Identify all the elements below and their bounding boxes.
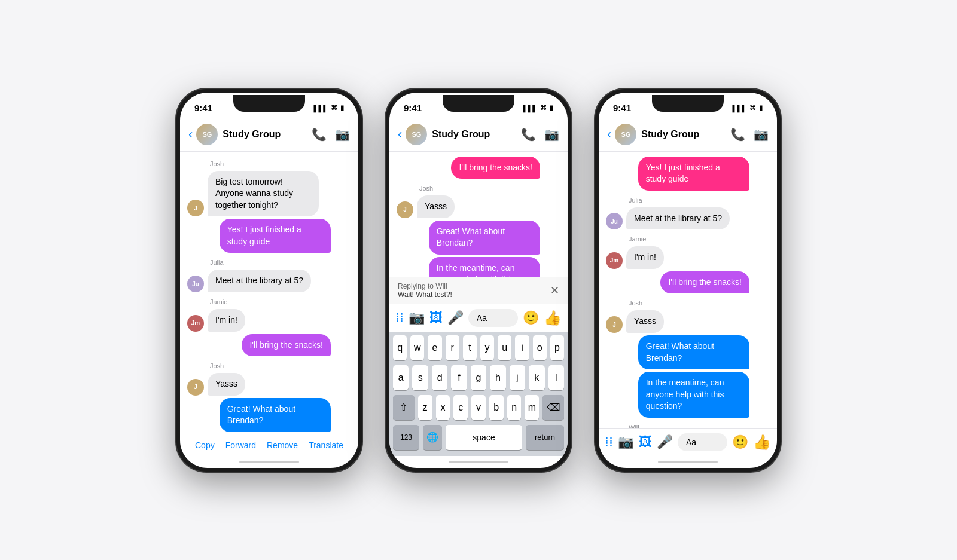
chat-header-2: ‹ SG Study Group 📞 📷 — [389, 119, 568, 152]
phone-2: 9:41 ▌▌▌ ⌘ ▮ ‹ SG Study Group 📞 📷 I'll b… — [386, 89, 571, 472]
messages-area-1: Josh J Big test tomorrow! Anyone wanna s… — [180, 152, 358, 434]
battery-icon-2: ▮ — [550, 104, 553, 112]
chat-header-1: ‹ SG Study Group 📞 📷 — [180, 119, 358, 152]
phone-button-3[interactable]: 📞 — [730, 127, 745, 142]
key-h[interactable]: h — [490, 365, 505, 390]
key-delete[interactable]: ⌫ — [542, 395, 564, 420]
status-time-1: 9:41 — [194, 103, 212, 113]
phone-button-1[interactable]: 📞 — [312, 127, 327, 142]
like-btn-3[interactable]: 👍 — [753, 434, 771, 451]
status-time-2: 9:41 — [404, 103, 422, 113]
key-b[interactable]: b — [489, 395, 504, 420]
sender-jamie-1: Jamie — [210, 298, 351, 305]
mic-icon-2[interactable]: 🎤 — [447, 310, 464, 326]
msg-row-4: Jm I'm in! — [187, 309, 351, 332]
key-q[interactable]: q — [393, 335, 407, 360]
video-button-2[interactable]: 📷 — [544, 127, 559, 142]
photo-icon-3[interactable]: 🖼 — [639, 434, 652, 450]
msg-row-2-3: Great! What about Brendan? — [397, 221, 560, 255]
camera-icon-2[interactable]: 📷 — [409, 310, 425, 326]
remove-btn[interactable]: Remove — [267, 440, 298, 450]
key-o[interactable]: o — [533, 335, 547, 360]
key-r[interactable]: r — [446, 335, 459, 360]
key-v[interactable]: v — [471, 395, 486, 420]
sender-jamie-3: Jamie — [629, 235, 770, 243]
key-i[interactable]: i — [515, 335, 529, 360]
apps-icon-2[interactable]: ⁞⁞ — [395, 310, 404, 326]
apps-icon-3[interactable]: ⁞⁞ — [605, 434, 613, 450]
key-f[interactable]: f — [451, 365, 467, 390]
translate-btn[interactable]: Translate — [309, 440, 343, 450]
sender-julia-1: Julia — [210, 259, 351, 266]
header-actions-3: 📞 📷 — [730, 127, 769, 142]
msg-row-3-7: In the meantime, can anyone help with th… — [606, 372, 770, 418]
camera-icon-3[interactable]: 📷 — [618, 434, 634, 450]
signal-icon: ▌▌▌ — [314, 105, 328, 112]
avatar-julia-1: Ju — [187, 276, 204, 292]
emoji-btn-2[interactable]: 🙂 — [523, 310, 539, 326]
group-avatar-1: SG — [196, 124, 218, 145]
header-actions-2: 📞 📷 — [521, 127, 559, 142]
key-n[interactable]: n — [507, 395, 522, 420]
key-d[interactable]: d — [432, 365, 447, 390]
wifi-icon-3: ⌘ — [749, 104, 756, 112]
msg-bubble-3-2: Meet at the library at 5? — [626, 207, 730, 230]
key-u[interactable]: u — [498, 335, 511, 360]
key-p[interactable]: p — [550, 335, 564, 360]
msg-bubble-3-5: Yasss — [626, 310, 664, 333]
emoji-btn-3[interactable]: 🙂 — [732, 434, 748, 450]
chat-title-2: Study Group — [432, 129, 521, 140]
mic-icon-3[interactable]: 🎤 — [657, 434, 673, 450]
msg-bubble-4: I'm in! — [208, 309, 245, 332]
input-field-2[interactable]: Aa — [468, 309, 518, 327]
copy-btn[interactable]: Copy — [195, 440, 215, 450]
battery-icon-3: ▮ — [759, 104, 763, 112]
msg-bubble-2-3: Great! What about Brendan? — [429, 221, 540, 255]
msg-row-6: J Yasss — [187, 373, 351, 396]
key-a[interactable]: a — [393, 365, 409, 390]
key-emoji[interactable]: 🌐 — [423, 425, 442, 450]
key-c[interactable]: c — [453, 395, 468, 420]
key-y[interactable]: y — [480, 335, 494, 360]
back-button-1[interactable]: ‹ — [188, 127, 193, 142]
group-avatar-3: SG — [615, 124, 636, 145]
kb-row-2: a s d f g h j k l — [389, 362, 568, 391]
msg-row-3-1: Yes! I just finished a study guide — [606, 157, 770, 191]
key-return[interactable]: return — [526, 425, 564, 450]
back-button-3[interactable]: ‹ — [607, 127, 611, 142]
key-j[interactable]: j — [510, 365, 525, 390]
key-e[interactable]: e — [428, 335, 441, 360]
status-icons-1: ▌▌▌ ⌘ ▮ — [314, 104, 344, 112]
input-field-3[interactable]: Aa — [678, 433, 727, 451]
like-btn-2[interactable]: 👍 — [544, 310, 562, 326]
sender-josh-1: Josh — [210, 160, 351, 167]
key-shift[interactable]: ⇧ — [393, 395, 415, 420]
key-t[interactable]: t — [463, 335, 477, 360]
msg-row-3-3: Jm I'm in! — [606, 246, 770, 269]
photo-icon-2[interactable]: 🖼 — [429, 310, 443, 326]
forward-btn[interactable]: Forward — [225, 440, 256, 450]
video-button-1[interactable]: 📷 — [335, 127, 350, 142]
msg-row-2-1: I'll bring the snacks! — [397, 157, 560, 179]
battery-icon: ▮ — [340, 104, 344, 112]
key-space[interactable]: space — [446, 425, 522, 450]
phone-button-2[interactable]: 📞 — [521, 127, 536, 142]
messages-area-2: I'll bring the snacks! Josh J Yasss Grea… — [389, 152, 568, 277]
key-l[interactable]: l — [548, 365, 564, 390]
video-button-3[interactable]: 📷 — [754, 127, 769, 142]
key-x[interactable]: x — [436, 395, 450, 420]
kb-row-3: ⇧ z x c v b n m ⌫ — [389, 391, 568, 421]
key-k[interactable]: k — [529, 365, 544, 390]
key-z[interactable]: z — [418, 395, 432, 420]
key-m[interactable]: m — [525, 395, 539, 420]
msg-row-3-6: Great! What about Brendan? — [606, 335, 770, 369]
key-s[interactable]: s — [412, 365, 428, 390]
reply-close-btn[interactable]: ✕ — [550, 284, 559, 297]
back-button-2[interactable]: ‹ — [398, 127, 402, 142]
key-123[interactable]: 123 — [393, 425, 419, 450]
home-bar-3 — [658, 461, 718, 463]
msg-bubble-2-1: I'll bring the snacks! — [451, 157, 540, 179]
status-time-3: 9:41 — [613, 103, 631, 113]
key-g[interactable]: g — [471, 365, 486, 390]
key-w[interactable]: w — [410, 335, 424, 360]
